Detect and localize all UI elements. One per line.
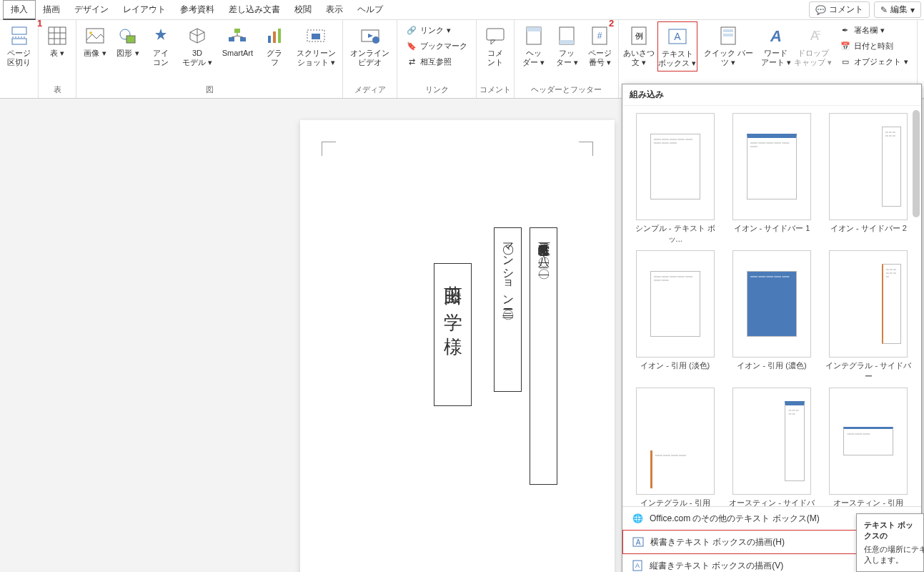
edit-button[interactable]: ✎ 編集 ▾ bbox=[874, 1, 921, 18]
object-icon: ▭ bbox=[840, 56, 851, 67]
svg-rect-22 bbox=[312, 34, 320, 39]
chart-label: グラフ bbox=[263, 49, 287, 67]
tooltip-title: テキスト ボックスの bbox=[864, 520, 916, 541]
name-textbox[interactable]: 藤田 学 様 bbox=[434, 263, 472, 406]
table-button[interactable]: 表 ▾ bbox=[41, 21, 73, 61]
svg-line-16 bbox=[232, 36, 237, 37]
comments-label: コメント bbox=[829, 4, 863, 16]
tab-mailings[interactable]: 差し込み文書 bbox=[222, 1, 287, 19]
menu-bar: 挿入 描画 デザイン レイアウト 参考資料 差し込み文書 校閲 表示 ヘルプ 💬… bbox=[0, 0, 924, 20]
tab-layout[interactable]: レイアウト bbox=[116, 1, 173, 19]
3d-label: 3D モデル bbox=[182, 49, 206, 66]
image-button[interactable]: 画像 ▾ bbox=[79, 21, 111, 61]
gallery-item[interactable]: xx xx xx xx xx xx xxインテグラル - サイドバー bbox=[823, 250, 914, 382]
office-label: Office.com のその他のテキスト ボックス(M) bbox=[650, 513, 820, 525]
wordart-button[interactable]: Aワード アート ▾ bbox=[760, 21, 793, 70]
gallery-item[interactable]: xxxxx xxxxx xxxxx xxxxx xxxxx xxxxxイオン -… bbox=[726, 113, 817, 245]
link-button[interactable]: 🔗リンク ▾ bbox=[403, 23, 470, 37]
header-label: ヘッダー bbox=[522, 49, 542, 66]
object-label: オブジェクト bbox=[854, 56, 901, 67]
dropdown-header: 組み込み bbox=[622, 84, 921, 106]
group-pages: ページ 区切り bbox=[0, 20, 39, 98]
apartment-textbox[interactable]: 〇〇マンション三〇二 bbox=[494, 227, 522, 392]
group-media-label: メディア bbox=[346, 83, 394, 97]
svg-rect-8 bbox=[86, 29, 104, 43]
link-icon: 🔗 bbox=[406, 24, 417, 36]
quickparts-button[interactable]: クイック パーツ ▾ bbox=[699, 21, 758, 70]
footer-label: フッター bbox=[556, 49, 575, 66]
wordart-label: ワード アート bbox=[761, 49, 788, 66]
page-break-label: ページ 区切り bbox=[7, 49, 31, 67]
tab-references[interactable]: 参考資料 bbox=[173, 1, 222, 19]
dropcap-label: ドロップ キャップ bbox=[794, 49, 829, 66]
dropcap-button[interactable]: Aドロップ キャップ ▾ bbox=[793, 21, 832, 70]
gallery-item[interactable]: xxxxx xxxxx xxxxx xxxxx xxxxxイオン - 引用 (濃… bbox=[726, 250, 817, 382]
gallery-item[interactable]: xx xx xx xx xxオースティン - サイドバー bbox=[726, 388, 817, 506]
signature-button[interactable]: ✒署名欄 ▾ bbox=[837, 23, 911, 37]
svg-rect-20 bbox=[278, 29, 281, 43]
tab-design[interactable]: デザイン bbox=[67, 1, 116, 19]
page-break-icon bbox=[8, 24, 31, 47]
svg-rect-18 bbox=[268, 36, 271, 43]
svg-text:A: A bbox=[810, 29, 819, 43]
calendar-icon: 📅 bbox=[840, 40, 851, 51]
comment-icon bbox=[484, 24, 507, 47]
tab-review[interactable]: 校閲 bbox=[287, 1, 319, 19]
icons-button[interactable]: アイ コン bbox=[145, 21, 177, 70]
comment-button[interactable]: コメント bbox=[480, 21, 511, 70]
page-break-button[interactable]: ページ 区切り bbox=[3, 21, 35, 70]
textbox-icon: A bbox=[666, 25, 689, 48]
equation-button[interactable]: π数式 ▾ bbox=[920, 21, 924, 61]
crossref-button[interactable]: ⇄相互参照 bbox=[403, 54, 470, 69]
margin-corner bbox=[579, 142, 593, 156]
chevron-down-icon: ▾ bbox=[910, 5, 915, 15]
pagenum-label: ページ 番号 bbox=[588, 49, 612, 66]
online-video-button[interactable]: オンライン ビデオ bbox=[346, 21, 394, 70]
group-table: 表 ▾ 表 bbox=[39, 20, 76, 98]
group-links: 🔗リンク ▾ 🔖ブックマーク ⇄相互参照 リンク bbox=[397, 20, 477, 98]
greeting-button[interactable]: 例あいさつ 文 ▾ bbox=[622, 21, 655, 70]
tab-draw[interactable]: 描画 bbox=[36, 1, 67, 19]
address-textbox[interactable]: 岐阜県岐阜市雪見町二―八二〇―二〇 bbox=[530, 227, 557, 485]
wordart-icon: A bbox=[765, 24, 788, 47]
3d-models-button[interactable]: 3D モデル ▾ bbox=[178, 21, 217, 70]
bookmark-button[interactable]: 🔖ブックマーク bbox=[403, 39, 470, 53]
header-button[interactable]: ヘッダー ▾ bbox=[517, 21, 550, 70]
vert-label: 縦書きテキスト ボックスの描画(V) bbox=[650, 560, 783, 572]
svg-text:A: A bbox=[635, 562, 640, 569]
screenshot-button[interactable]: スクリーン ショット ▾ bbox=[292, 21, 340, 70]
shapes-label: 図形 bbox=[116, 49, 132, 57]
smartart-button[interactable]: SmartArt bbox=[218, 21, 257, 61]
video-label: オンライン ビデオ bbox=[350, 49, 389, 67]
textbox-button[interactable]: Aテキスト ボックス ▾ bbox=[657, 21, 697, 72]
svg-rect-26 bbox=[487, 29, 504, 40]
pagenum-button[interactable]: #ページ 番号 ▾ bbox=[584, 21, 615, 70]
gallery-item[interactable]: xxxxx xxxxx xxxxx xxxxxインテグラル - 引用 bbox=[630, 388, 720, 506]
tooltip: テキスト ボックスの 任意の場所にテキ 入します。 bbox=[856, 513, 924, 572]
gallery-item[interactable]: xxxxx xxxxx xxxxxオースティン - 引用 bbox=[823, 388, 914, 506]
smartart-icon bbox=[226, 24, 249, 47]
tab-insert[interactable]: 挿入 bbox=[3, 0, 36, 20]
svg-rect-0 bbox=[12, 27, 26, 34]
dropdown-gallery[interactable]: xxxxx xxxxx xxxxx xxxxx xxxxx xxxxx xxxx… bbox=[622, 106, 921, 506]
chart-button[interactable]: グラフ bbox=[259, 21, 291, 70]
gallery-item[interactable]: xxxxx xxxxx xxxxx xxxxx xxxxx xxxxx xxxx… bbox=[630, 113, 720, 245]
gallery-label: イオン - サイドバー 1 bbox=[734, 223, 810, 234]
gallery-item[interactable]: xxxxx xxxxx xxxxx xxxxx xxxxx xxxxx xxxx… bbox=[630, 250, 720, 382]
comments-button[interactable]: 💬 コメント bbox=[809, 1, 870, 18]
object-button[interactable]: ▭オブジェクト ▾ bbox=[837, 54, 911, 69]
gallery-label: イオン - サイドバー 2 bbox=[830, 223, 907, 234]
icons-icon bbox=[149, 24, 172, 47]
gallery-item[interactable]: xx xx xx xx xx xxイオン - サイドバー 2 bbox=[823, 113, 914, 245]
datetime-button[interactable]: 📅日付と時刻 bbox=[837, 39, 911, 53]
svg-rect-12 bbox=[234, 29, 240, 33]
tab-help[interactable]: ヘルプ bbox=[350, 1, 390, 19]
shapes-button[interactable]: 図形 ▾ bbox=[112, 21, 144, 61]
tab-view[interactable]: 表示 bbox=[319, 1, 350, 19]
scrollbar[interactable] bbox=[913, 110, 920, 217]
footer-button[interactable]: フッター ▾ bbox=[551, 21, 583, 70]
smartart-label: SmartArt bbox=[222, 49, 253, 58]
cube-icon bbox=[186, 24, 209, 47]
pencil-icon: ✎ bbox=[880, 5, 888, 15]
svg-marker-27 bbox=[491, 40, 495, 44]
